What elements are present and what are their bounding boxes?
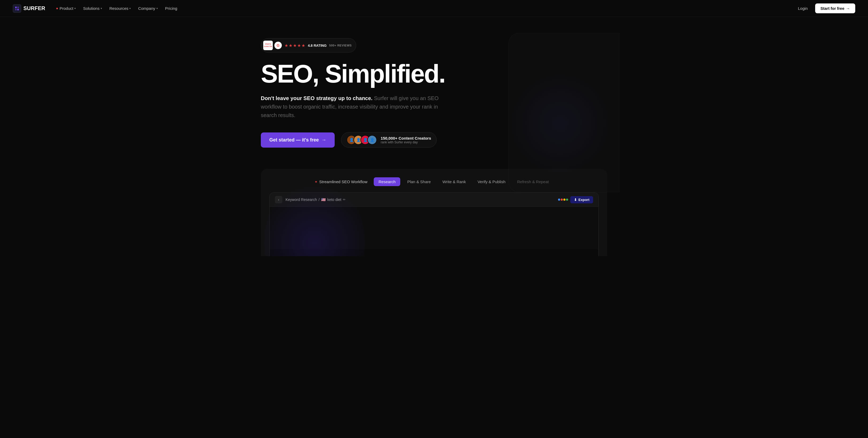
bg-glow-right xyxy=(500,70,620,176)
workflow-icon: ✦ xyxy=(314,180,318,184)
tab-research[interactable]: Research xyxy=(374,177,400,186)
nav-item-product[interactable]: Product ▾ xyxy=(54,4,79,12)
breadcrumb-page: Keyword Research xyxy=(285,198,317,202)
svg-rect-0 xyxy=(15,7,17,8)
avatar: 👤 xyxy=(367,135,377,145)
nav-item-company[interactable]: Company ▾ xyxy=(135,4,160,12)
g2-badge: G xyxy=(274,42,282,49)
login-button[interactable]: Login xyxy=(795,4,811,12)
social-proof-count: 150,000+ Content Creators xyxy=(381,136,431,140)
rating-badge: Users Love Us G ★ ★ ★ ★ ★ 4.8 RATING 500… xyxy=(261,38,356,53)
tab-write-rank[interactable]: Write & Rank xyxy=(438,177,471,186)
workflow-tabs: ✦ Streamlined SEO Workflow Research Plan… xyxy=(261,177,607,186)
chevron-down-icon: ▾ xyxy=(156,7,158,10)
start-for-free-button[interactable]: Start for free → xyxy=(815,3,855,13)
preview-toolbar: ‹ Keyword Research / 🇺🇸 keto diet ✏ xyxy=(270,193,598,207)
nav-label-pricing: Pricing xyxy=(165,6,178,11)
nav-item-solutions[interactable]: Solutions ▾ xyxy=(81,4,105,12)
nav-dot-product xyxy=(56,8,58,9)
rating-value: 4.8 RATING xyxy=(308,43,327,47)
chevron-down-icon: ▾ xyxy=(74,7,76,10)
star-2: ★ xyxy=(289,43,292,48)
nav-items: Product ▾ Solutions ▾ Resources ▾ Compan… xyxy=(54,4,180,12)
start-button-arrow: → xyxy=(846,6,850,11)
chevron-down-icon: ▾ xyxy=(101,7,102,10)
breadcrumb-keyword: keto diet xyxy=(327,198,341,202)
tab-verify-publish[interactable]: Verify & Publish xyxy=(473,177,510,186)
subtitle-bold: Don't leave your SEO strategy up to chan… xyxy=(261,95,372,101)
star-3: ★ xyxy=(293,43,297,48)
preview-content xyxy=(270,207,598,249)
workflow-section: ✦ Streamlined SEO Workflow Research Plan… xyxy=(261,169,607,256)
social-count-label: Content Creators xyxy=(399,136,431,140)
g2-label: G xyxy=(277,43,280,47)
workflow-label-text: Streamlined SEO Workflow xyxy=(319,179,367,184)
star-4: ★ xyxy=(297,43,301,48)
g-red-dot xyxy=(561,199,563,201)
users-love-us-badge: Users Love Us xyxy=(263,41,273,50)
preview-back-button[interactable]: ‹ xyxy=(275,196,282,203)
preview-window: ‹ Keyword Research / 🇺🇸 keto diet ✏ xyxy=(269,193,599,256)
workflow-label: ✦ Streamlined SEO Workflow xyxy=(314,179,367,184)
nav-right: Login Start for free → xyxy=(795,3,855,13)
breadcrumb-flag: 🇺🇸 xyxy=(321,198,326,202)
g-yellow-dot xyxy=(563,199,565,201)
star-5: ★ xyxy=(302,43,305,48)
nav-label-product: Product xyxy=(60,6,73,11)
cta-button-label: Get started — it's free xyxy=(269,137,319,143)
start-button-label: Start for free xyxy=(820,6,844,11)
g-green-dot xyxy=(566,199,568,201)
cta-button-arrow: → xyxy=(321,137,326,143)
hero-title: SEO, Simplified. xyxy=(261,61,500,87)
badge-icons: Users Love Us G xyxy=(263,41,282,50)
star-1: ★ xyxy=(284,43,288,48)
hero-section: Users Love Us G ★ ★ ★ ★ ★ 4.8 RATING 500… xyxy=(248,17,620,256)
chevron-down-icon: ▾ xyxy=(129,7,131,10)
logo-text: SURFER xyxy=(23,5,45,11)
nav-label-solutions: Solutions xyxy=(83,6,100,11)
svg-rect-2 xyxy=(15,9,17,10)
breadcrumb-separator: / xyxy=(318,198,319,202)
svg-rect-3 xyxy=(17,9,19,10)
star-rating: ★ ★ ★ ★ ★ xyxy=(284,43,305,48)
nav-item-resources[interactable]: Resources ▾ xyxy=(107,4,133,12)
preview-breadcrumb: Keyword Research / 🇺🇸 keto diet ✏ xyxy=(285,198,346,202)
google-colors-icon xyxy=(558,199,568,201)
export-label: Export xyxy=(579,198,589,202)
svg-rect-1 xyxy=(17,7,19,8)
export-icon: ⬇ xyxy=(574,198,577,202)
avatar-group: 👤 👤 👤 👤 xyxy=(347,135,377,145)
logo[interactable]: SURFER xyxy=(13,4,45,13)
social-count-number: 150,000+ xyxy=(381,136,397,140)
hero-subtitle: Don't leave your SEO strategy up to chan… xyxy=(261,94,447,120)
tab-plan-share[interactable]: Plan & Share xyxy=(402,177,435,186)
social-proof-sublabel: rank with Surfer every day xyxy=(381,140,431,144)
users-love-line2: Love Us xyxy=(264,45,272,48)
nav-label-resources: Resources xyxy=(110,6,129,11)
rating-reviews: 500+ REVIEWS xyxy=(329,44,352,47)
social-proof: 👤 👤 👤 👤 150,000+ Content Creators rank w… xyxy=(341,132,437,147)
get-started-button[interactable]: Get started — it's free → xyxy=(261,132,335,147)
g-blue-dot xyxy=(558,199,560,201)
logo-icon xyxy=(13,4,21,13)
nav-left: SURFER Product ▾ Solutions ▾ Resources ▾… xyxy=(13,4,180,13)
navigation: SURFER Product ▾ Solutions ▾ Resources ▾… xyxy=(0,0,868,17)
nav-item-pricing[interactable]: Pricing xyxy=(162,4,180,12)
social-proof-text: 150,000+ Content Creators rank with Surf… xyxy=(381,136,431,144)
nav-label-company: Company xyxy=(138,6,155,11)
preview-toolbar-left: ‹ Keyword Research / 🇺🇸 keto diet ✏ xyxy=(275,196,346,203)
preview-toolbar-right: ⬇ Export xyxy=(558,196,593,203)
edit-icon[interactable]: ✏ xyxy=(343,198,346,201)
export-button[interactable]: ⬇ Export xyxy=(570,196,593,203)
bg-shape-card xyxy=(508,33,620,192)
tab-refresh-repeat[interactable]: Refresh & Repeat xyxy=(513,177,554,186)
cta-row: Get started — it's free → 👤 👤 👤 👤 150,00… xyxy=(261,132,607,147)
